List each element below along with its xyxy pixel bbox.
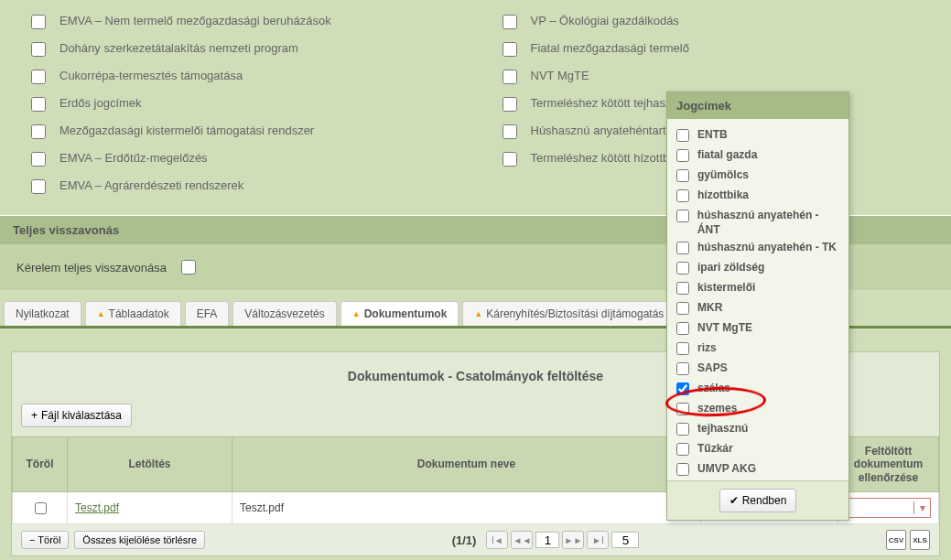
popup-label-3: hízottbika (697, 188, 749, 203)
col-header-4: Feltöltött dokumentum ellenőrzése (838, 437, 939, 492)
right-opt-checkbox-3[interactable] (503, 97, 517, 112)
popup-checkbox-3[interactable] (676, 189, 689, 202)
file-select-label: Fájl kiválasztása (41, 409, 122, 422)
ok-label: Rendben (742, 494, 787, 507)
popup-label-11: SAPS (697, 361, 728, 376)
popup-label-6: ipari zöldség (697, 261, 764, 275)
popup-checkbox-6[interactable] (676, 262, 689, 275)
withdraw-label: Kérelem teljes visszavonása (16, 261, 167, 275)
popup-checkbox-12[interactable] (676, 382, 689, 395)
popup-checkbox-11[interactable] (676, 362, 689, 375)
tab-2[interactable]: EFA (185, 301, 230, 326)
left-opt-checkbox-1[interactable] (31, 42, 46, 57)
tab-label: Nyilatkozat (16, 307, 70, 320)
right-opt-checkbox-5[interactable] (503, 152, 517, 167)
popup-label-15: Tűzkár (697, 442, 733, 457)
verify-combo[interactable]: ▾ (846, 498, 931, 518)
left-opt-label-3: Erdős jogcímek (59, 96, 142, 112)
popup-label-4: húshasznú anyatehén - ÁNT (697, 209, 843, 237)
popup-checkbox-2[interactable] (676, 169, 689, 182)
pager-bar: − Töröl Összes kijelölése törlésre (1/1)… (12, 524, 939, 555)
left-opt-checkbox-0[interactable] (31, 15, 46, 29)
popup-label-1: fiatal gazda (697, 148, 757, 163)
download-link[interactable]: Teszt.pdf (68, 492, 232, 524)
tab-5[interactable]: Kárenyhítés/Biztosítási díjtámogatás (462, 301, 675, 326)
popup-label-0: ENTB (697, 128, 728, 143)
doc-name-cell: Teszt.pdf (232, 492, 701, 524)
popup-label-10: rizs (697, 341, 717, 356)
delete-label: Töröl (38, 534, 60, 545)
popup-checkbox-1[interactable] (676, 149, 689, 162)
ok-button[interactable]: ✔ Rendben (719, 489, 797, 512)
row-delete-checkbox[interactable] (35, 502, 47, 514)
popup-label-16: UMVP AKG (697, 462, 756, 477)
right-opt-checkbox-4[interactable] (503, 124, 517, 139)
tab-0[interactable]: Nyilatkozat (4, 301, 81, 326)
right-opt-checkbox-2[interactable] (503, 70, 517, 84)
tab-3[interactable]: Változásvezetés (232, 301, 336, 326)
xls-export-icon[interactable]: XLS (910, 530, 930, 550)
left-opt-checkbox-6[interactable] (31, 179, 46, 194)
withdraw-checkbox[interactable] (181, 260, 196, 275)
prev-page-button[interactable]: ◄◄ (511, 531, 533, 549)
tab-label: Kárenyhítés/Biztosítási díjtámogatás (486, 307, 664, 320)
plus-icon: + (31, 409, 38, 422)
file-select-button[interactable]: + Fájl kiválasztása (21, 404, 132, 427)
csv-export-icon[interactable]: CSV (886, 530, 906, 550)
col-header-2: Dokumentum neve (232, 437, 701, 492)
col-header-0: Töröl (13, 437, 68, 492)
right-opt-checkbox-0[interactable] (503, 15, 517, 29)
page-indicator: (1/1) (452, 533, 477, 547)
tab-label: Dokumentumok (364, 307, 448, 320)
left-opt-checkbox-5[interactable] (31, 152, 46, 167)
tab-4[interactable]: Dokumentumok (340, 301, 459, 326)
popup-checkbox-16[interactable] (676, 463, 689, 476)
popup-checkbox-8[interactable] (676, 302, 689, 315)
select-all-delete-button[interactable]: Összes kijelölése törlésre (74, 531, 205, 549)
chevron-down-icon: ▾ (913, 501, 930, 514)
popup-label-14: tejhasznú (697, 422, 748, 436)
popup-checkbox-9[interactable] (676, 322, 689, 335)
left-opt-label-4: Mezőgazdasági kistermelői támogatási ren… (59, 124, 314, 139)
left-opt-checkbox-2[interactable] (31, 70, 46, 84)
left-opt-checkbox-4[interactable] (31, 124, 46, 139)
popup-label-9: NVT MgTE (697, 321, 752, 336)
popup-header: Jogcímek (667, 92, 848, 119)
left-opt-label-2: Cukorrépa-termesztés támogatása (59, 69, 243, 84)
tab-label: Változásvezetés (244, 307, 324, 320)
popup-label-7: kistermelői (697, 281, 755, 296)
popup-checkbox-13[interactable] (676, 403, 689, 415)
popup-body[interactable]: ENTBfiatal gazdagyümölcshízottbikahúshas… (667, 119, 848, 480)
popup-label-8: MKR (697, 301, 722, 316)
jogcimek-popup: Jogcímek ENTBfiatal gazdagyümölcshízottb… (666, 92, 849, 521)
popup-checkbox-15[interactable] (676, 443, 689, 456)
page-size-input[interactable] (611, 532, 639, 548)
right-opt-label-1: Fiatal mezőgazdasági termelő (531, 41, 689, 57)
popup-checkbox-7[interactable] (676, 282, 689, 295)
popup-label-12: szálas (697, 382, 730, 396)
right-opt-label-0: VP – Ökológiai gazdálkodás (531, 14, 679, 29)
last-page-button[interactable]: ►I (587, 531, 609, 549)
left-opt-label-0: EMVA – Nem termelő mezőgazdasági beruház… (59, 14, 331, 29)
popup-label-5: húshasznú anyatehén - TK (697, 241, 837, 255)
left-opt-label-5: EMVA – Erdőtűz-megelőzés (59, 151, 208, 167)
check-icon: ✔ (729, 494, 739, 507)
popup-checkbox-10[interactable] (676, 342, 689, 355)
popup-label-13: szemes (697, 402, 737, 416)
minus-icon: − (29, 534, 35, 545)
popup-checkbox-4[interactable] (676, 210, 689, 222)
tab-1[interactable]: Táblaadatok (85, 301, 181, 326)
first-page-button[interactable]: I◄ (486, 531, 508, 549)
tab-label: Táblaadatok (109, 307, 169, 320)
popup-checkbox-5[interactable] (676, 242, 689, 254)
tab-label: EFA (197, 307, 218, 320)
popup-checkbox-0[interactable] (676, 129, 689, 142)
left-opt-checkbox-3[interactable] (31, 97, 46, 112)
page-input[interactable] (535, 532, 559, 548)
popup-checkbox-14[interactable] (676, 423, 689, 436)
popup-label-2: gyümölcs (697, 168, 749, 183)
right-opt-checkbox-1[interactable] (503, 42, 517, 57)
next-page-button[interactable]: ►► (562, 531, 584, 549)
col-header-1: Letöltés (68, 437, 232, 492)
delete-button[interactable]: − Töröl (21, 531, 69, 549)
